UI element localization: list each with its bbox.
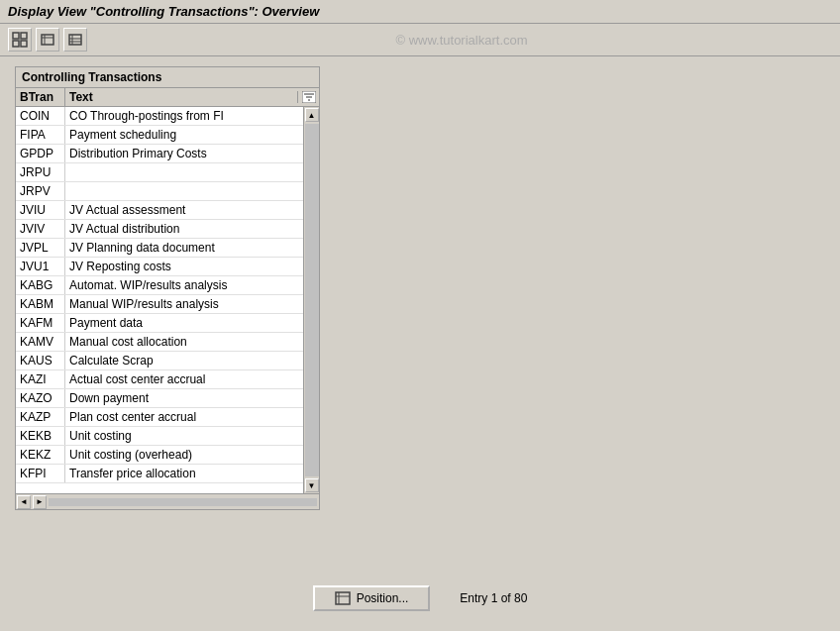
table-container: BTran Text COINCO Through-postings from … <box>16 88 319 509</box>
cell-text: Actual cost center accrual <box>65 370 303 388</box>
scroll-track[interactable] <box>305 124 319 476</box>
table-row[interactable]: KABMManual WIP/results analysis <box>16 295 303 314</box>
cell-text: JV Actual assessment <box>65 201 303 219</box>
cell-btran: KEKB <box>16 427 65 445</box>
table-row[interactable]: JVIVJV Actual distribution <box>16 220 303 239</box>
cell-btran: KAMV <box>16 333 65 351</box>
scroll-down-btn[interactable]: ▼ <box>305 478 319 492</box>
table-row[interactable]: JRPV <box>16 182 303 201</box>
toolbar-btn-2[interactable] <box>36 28 59 52</box>
title-text: Display View "Controlling Transactions":… <box>8 4 319 19</box>
scroll-area: COINCO Through-postings from FIFIPAPayme… <box>16 107 319 493</box>
svg-rect-0 <box>13 33 19 39</box>
cell-text: Payment scheduling <box>65 126 303 144</box>
entry-info: Entry 1 of 80 <box>460 591 527 605</box>
table-row[interactable]: KFPITransfer price allocation <box>16 465 303 483</box>
table-row[interactable]: JVIUJV Actual assessment <box>16 201 303 220</box>
position-btn-label: Position... <box>357 591 409 605</box>
table-row[interactable]: KAUSCalculate Scrap <box>16 352 303 370</box>
svg-rect-3 <box>21 41 27 47</box>
cell-btran: JVIU <box>16 201 65 219</box>
table-row[interactable]: GPDPDistribution Primary Costs <box>16 145 303 163</box>
table-row[interactable]: FIPAPayment scheduling <box>16 126 303 145</box>
watermark: © www.tutorialkart.com <box>91 33 832 48</box>
filter-icon[interactable] <box>297 91 319 103</box>
table-row[interactable]: KAZODown payment <box>16 389 303 408</box>
cell-text: JV Reposting costs <box>65 258 303 275</box>
controlling-transactions-panel: Controlling Transactions BTran Text COIN… <box>15 66 320 510</box>
cell-text: Manual WIP/results analysis <box>65 295 303 313</box>
table-header: BTran Text <box>16 88 319 107</box>
vertical-scrollbar[interactable]: ▲ ▼ <box>303 107 319 493</box>
table-row[interactable]: KABGAutomat. WIP/results analysis <box>16 276 303 295</box>
table-row[interactable]: COINCO Through-postings from FI <box>16 107 303 126</box>
cell-btran: JVU1 <box>16 258 65 275</box>
table-row[interactable]: JVU1JV Reposting costs <box>16 258 303 276</box>
cell-btran: KABG <box>16 276 65 294</box>
scroll-right-btn[interactable]: ► <box>33 495 47 509</box>
cell-text: Unit costing (overhead) <box>65 446 303 464</box>
position-button[interactable]: Position... <box>313 585 431 611</box>
cell-btran: KAFM <box>16 314 65 332</box>
cell-btran: JVPL <box>16 239 65 257</box>
table-row[interactable]: KAZPPlan cost center accrual <box>16 408 303 427</box>
table-row[interactable]: KEKZUnit costing (overhead) <box>16 446 303 465</box>
horizontal-scrollbar[interactable]: ◄ ► <box>16 493 319 509</box>
hscroll-track[interactable] <box>49 498 317 506</box>
title-bar: Display View "Controlling Transactions":… <box>0 0 840 24</box>
cell-btran: KAZO <box>16 389 65 407</box>
table-row[interactable]: JVPLJV Planning data document <box>16 239 303 258</box>
position-icon <box>335 591 351 605</box>
svg-rect-2 <box>13 41 19 47</box>
cell-text: Automat. WIP/results analysis <box>65 276 303 294</box>
cell-btran: FIPA <box>16 126 65 144</box>
col-header-btran: BTran <box>16 88 65 106</box>
panel-title: Controlling Transactions <box>16 67 319 88</box>
table-row[interactable]: JRPU <box>16 163 303 182</box>
svg-rect-15 <box>336 592 350 604</box>
cell-text <box>65 182 303 200</box>
cell-text: JV Planning data document <box>65 239 303 257</box>
cell-btran: JRPV <box>16 182 65 200</box>
cell-text: JV Actual distribution <box>65 220 303 238</box>
scroll-up-btn[interactable]: ▲ <box>305 108 319 122</box>
cell-btran: KEKZ <box>16 446 65 464</box>
table-row[interactable]: KAMVManual cost allocation <box>16 333 303 352</box>
cell-btran: KFPI <box>16 465 65 482</box>
data-rows: COINCO Through-postings from FIFIPAPayme… <box>16 107 303 493</box>
main-content: Controlling Transactions BTran Text COIN… <box>0 56 840 520</box>
table-row[interactable]: KAZIActual cost center accrual <box>16 370 303 389</box>
cell-text: Transfer price allocation <box>65 465 303 482</box>
cell-text: Manual cost allocation <box>65 333 303 351</box>
toolbar: © www.tutorialkart.com <box>0 24 840 56</box>
status-bar: Position... Entry 1 of 80 <box>0 585 840 611</box>
cell-text: CO Through-postings from FI <box>65 107 303 125</box>
toolbar-btn-3[interactable] <box>63 28 87 52</box>
cell-text: Plan cost center accrual <box>65 408 303 426</box>
cell-btran: GPDP <box>16 145 65 162</box>
svg-rect-7 <box>69 35 81 45</box>
cell-btran: JVIV <box>16 220 65 238</box>
table-row[interactable]: KAFMPayment data <box>16 314 303 333</box>
cell-text: Payment data <box>65 314 303 332</box>
cell-btran: COIN <box>16 107 65 125</box>
cell-btran: KAZI <box>16 370 65 388</box>
cell-btran: KAZP <box>16 408 65 426</box>
cell-text <box>65 163 303 181</box>
cell-text: Calculate Scrap <box>65 352 303 369</box>
toolbar-btn-1[interactable] <box>8 28 32 52</box>
table-row[interactable]: KEKBUnit costing <box>16 427 303 446</box>
col-header-text: Text <box>65 88 297 106</box>
cell-text: Distribution Primary Costs <box>65 145 303 162</box>
svg-rect-1 <box>21 33 27 39</box>
cell-text: Unit costing <box>65 427 303 445</box>
cell-btran: KAUS <box>16 352 65 369</box>
svg-rect-4 <box>42 35 53 45</box>
cell-text: Down payment <box>65 389 303 407</box>
scroll-left-btn[interactable]: ◄ <box>17 495 31 509</box>
cell-btran: KABM <box>16 295 65 313</box>
cell-btran: JRPU <box>16 163 65 181</box>
